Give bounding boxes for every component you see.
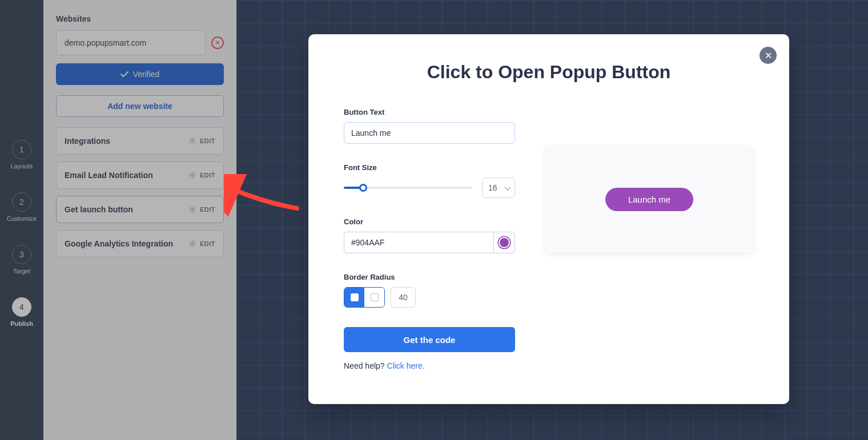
add-website-button[interactable]: Add new website bbox=[56, 95, 224, 117]
left-rail: 1 Layouts 2 Customize 3 Target 4 Publish bbox=[0, 0, 43, 440]
edit-action[interactable]: EDIT bbox=[188, 240, 215, 248]
card-label: Google Analytics Integration bbox=[65, 239, 173, 248]
help-text: Need help? Click here. bbox=[344, 361, 515, 370]
preview-pane: Launch me bbox=[545, 146, 754, 253]
gear-icon bbox=[188, 240, 196, 248]
step-number: 2 bbox=[12, 192, 31, 212]
font-size-value: 16 bbox=[488, 183, 497, 192]
launch-button-modal: ✕ Click to Open Popup Button Button Text… bbox=[308, 34, 789, 404]
website-row: ✕ bbox=[56, 30, 224, 55]
svg-point-1 bbox=[191, 174, 194, 176]
step-label: Target bbox=[13, 268, 31, 275]
radius-toggle bbox=[344, 287, 385, 308]
website-input[interactable] bbox=[56, 30, 206, 55]
gear-icon bbox=[188, 171, 196, 179]
card-label: Integrations bbox=[65, 136, 110, 146]
help-link[interactable]: Click here. bbox=[387, 361, 425, 370]
color-picker-button[interactable] bbox=[493, 232, 515, 253]
font-size-select[interactable]: 16 bbox=[482, 177, 515, 198]
step-publish[interactable]: 4 Publish bbox=[10, 297, 33, 327]
gear-icon bbox=[188, 137, 196, 145]
close-icon: ✕ bbox=[765, 50, 772, 61]
verified-label: Verified bbox=[133, 70, 160, 79]
svg-point-0 bbox=[191, 140, 194, 142]
step-number: 4 bbox=[12, 297, 31, 317]
edit-action[interactable]: EDIT bbox=[188, 137, 215, 145]
verified-button[interactable]: Verified bbox=[56, 63, 224, 85]
radius-dashed-option[interactable] bbox=[364, 288, 384, 307]
color-label: Color bbox=[344, 217, 515, 226]
step-label: Publish bbox=[10, 320, 33, 327]
color-group: Color bbox=[344, 217, 515, 253]
square-filled-icon bbox=[351, 293, 359, 301]
slider-thumb[interactable] bbox=[359, 184, 367, 192]
button-text-label: Button Text bbox=[344, 108, 515, 116]
get-code-button[interactable]: Get the code bbox=[344, 327, 515, 352]
step-target[interactable]: 3 Target bbox=[12, 245, 31, 275]
gear-icon bbox=[188, 205, 196, 213]
svg-point-2 bbox=[191, 208, 194, 211]
check-icon bbox=[120, 71, 128, 77]
modal-title: Click to Open Popup Button bbox=[344, 62, 754, 83]
font-size-slider[interactable] bbox=[344, 187, 472, 189]
email-lead-card[interactable]: Email Lead Notification EDIT bbox=[56, 162, 224, 189]
integrations-card[interactable]: Integrations EDIT bbox=[56, 127, 224, 155]
font-size-label: Font Size bbox=[344, 163, 515, 172]
color-input[interactable] bbox=[344, 232, 493, 253]
card-label: Get launch button bbox=[65, 205, 133, 214]
close-icon: ✕ bbox=[215, 39, 220, 47]
svg-point-3 bbox=[191, 243, 194, 245]
card-label: Email Lead Notification bbox=[65, 171, 153, 180]
step-number: 3 bbox=[12, 245, 31, 264]
publish-panel: Websites ✕ Verified Add new website Inte… bbox=[43, 0, 236, 440]
google-analytics-card[interactable]: Google Analytics Integration EDIT bbox=[56, 230, 224, 257]
step-label: Customize bbox=[7, 215, 37, 222]
close-button[interactable]: ✕ bbox=[760, 47, 777, 64]
radius-value[interactable]: 40 bbox=[391, 287, 416, 308]
color-swatch-icon bbox=[499, 237, 510, 248]
step-label: Layouts bbox=[11, 163, 33, 169]
websites-heading: Websites bbox=[56, 14, 224, 23]
edit-action[interactable]: EDIT bbox=[188, 205, 215, 213]
border-radius-group: Border Radius 40 bbox=[344, 273, 515, 308]
step-number: 1 bbox=[12, 140, 31, 159]
edit-action[interactable]: EDIT bbox=[188, 171, 215, 179]
step-customize[interactable]: 2 Customize bbox=[7, 192, 37, 222]
launch-preview-button[interactable]: Launch me bbox=[605, 188, 693, 211]
remove-website-button[interactable]: ✕ bbox=[211, 37, 224, 49]
radius-filled-option[interactable] bbox=[344, 288, 364, 307]
font-size-group: Font Size 16 bbox=[344, 163, 515, 198]
border-radius-label: Border Radius bbox=[344, 273, 515, 281]
chevron-down-icon bbox=[504, 184, 511, 190]
square-dashed-icon bbox=[371, 293, 379, 301]
button-text-group: Button Text bbox=[344, 108, 515, 144]
step-layouts[interactable]: 1 Layouts bbox=[11, 140, 33, 169]
button-text-input[interactable] bbox=[344, 122, 515, 144]
controls-column: Button Text Font Size 16 Color bbox=[344, 108, 515, 370]
get-launch-button-card[interactable]: Get launch button EDIT bbox=[56, 196, 224, 223]
